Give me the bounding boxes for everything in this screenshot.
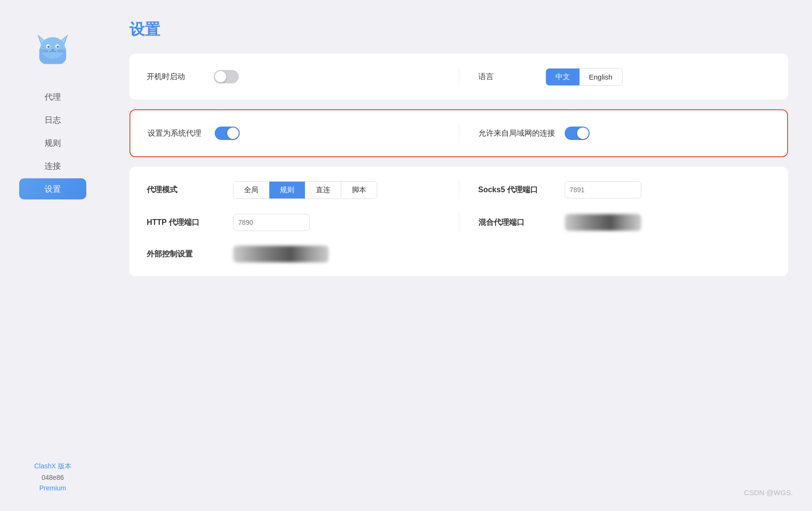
socks5-port-label: Socks5 代理端口 — [478, 185, 555, 195]
http-port-input[interactable] — [233, 214, 310, 231]
system-proxy-setting: 设置为系统代理 — [148, 127, 440, 140]
external-control-label: 外部控制设置 — [147, 249, 223, 259]
divider2 — [459, 124, 459, 143]
http-port-label: HTTP 代理端口 — [147, 218, 223, 228]
sidebar-item-connections[interactable]: 连接 — [19, 155, 86, 176]
local-network-toggle[interactable] — [565, 127, 590, 140]
system-proxy-toggle[interactable] — [215, 127, 240, 140]
sidebar-item-rules[interactable]: 规则 — [19, 132, 86, 153]
sidebar-item-log[interactable]: 日志 — [19, 109, 86, 130]
mode-script-button[interactable]: 脚本 — [341, 182, 377, 198]
external-control-setting: 外部控制设置 — [147, 245, 771, 263]
mode-rule-button[interactable]: 规则 — [269, 182, 305, 198]
divider3 — [459, 180, 459, 199]
proxy-highlight-card: 设置为系统代理 允许来自局域网的连接 — [129, 109, 788, 157]
system-proxy-label: 设置为系统代理 — [148, 128, 205, 139]
general-settings-card: 开机时启动 语言 中文 English — [129, 54, 788, 100]
mode-global-button[interactable]: 全局 — [233, 182, 269, 198]
app-logo-area — [34, 29, 72, 72]
startup-setting: 开机时启动 — [147, 70, 440, 83]
proxy-mode-selector: 全局 规则 直连 脚本 — [233, 181, 377, 199]
cat-logo — [34, 29, 72, 67]
svg-point-14 — [52, 49, 54, 50]
startup-label: 开机时启动 — [147, 72, 204, 82]
proxy-mode-label: 代理模式 — [147, 185, 223, 195]
mode-direct-button[interactable]: 直连 — [305, 182, 341, 198]
mixed-port-blurred — [565, 214, 641, 231]
socks5-port-input[interactable] — [565, 181, 641, 198]
proxy-mode-setting: 代理模式 全局 规则 直连 脚本 — [147, 181, 440, 199]
main-content: 设置 开机时启动 语言 中文 English — [105, 0, 812, 511]
sidebar-bottom: ClashX 版本 048e86 Premium — [0, 462, 105, 492]
external-control-blurred — [233, 245, 329, 263]
language-zh-button[interactable]: 中文 — [546, 69, 580, 85]
language-setting: 语言 中文 English — [478, 68, 771, 86]
sidebar-item-settings[interactable]: 设置 — [19, 178, 86, 199]
page-title: 设置 — [129, 19, 788, 40]
language-en-button[interactable]: English — [580, 69, 622, 85]
svg-point-5 — [40, 37, 65, 59]
local-network-setting: 允许来自局域网的连接 — [478, 127, 770, 140]
divider — [459, 67, 459, 86]
advanced-settings-card: 代理模式 全局 规则 直连 脚本 Socks5 代理端口 HTTP 代理端口 — [129, 167, 788, 276]
premium-link[interactable]: Premium — [39, 484, 66, 492]
mixed-port-label: 混合代理端口 — [478, 218, 555, 228]
divider4 — [459, 213, 459, 232]
watermark: CSDN @WGS. — [744, 488, 793, 497]
startup-toggle[interactable] — [214, 70, 239, 83]
sidebar: 代理 日志 规则 连接 设置 ClashX 版本 048e86 Premium — [0, 0, 105, 511]
mixed-port-setting: 混合代理端口 — [478, 214, 771, 231]
local-network-label: 允许来自局域网的连接 — [478, 128, 555, 139]
language-label: 语言 — [478, 72, 536, 82]
svg-point-8 — [47, 46, 50, 48]
http-port-setting: HTTP 代理端口 — [147, 214, 440, 231]
language-selector: 中文 English — [545, 68, 623, 86]
clashx-version-link[interactable]: ClashX 版本 — [34, 462, 71, 471]
svg-point-9 — [57, 46, 59, 48]
nav-items: 代理 日志 规则 连接 设置 — [0, 86, 105, 201]
sidebar-item-proxy[interactable]: 代理 — [19, 86, 86, 107]
version-hash: 048e86 — [42, 474, 64, 481]
socks5-port-setting: Socks5 代理端口 — [478, 181, 771, 198]
